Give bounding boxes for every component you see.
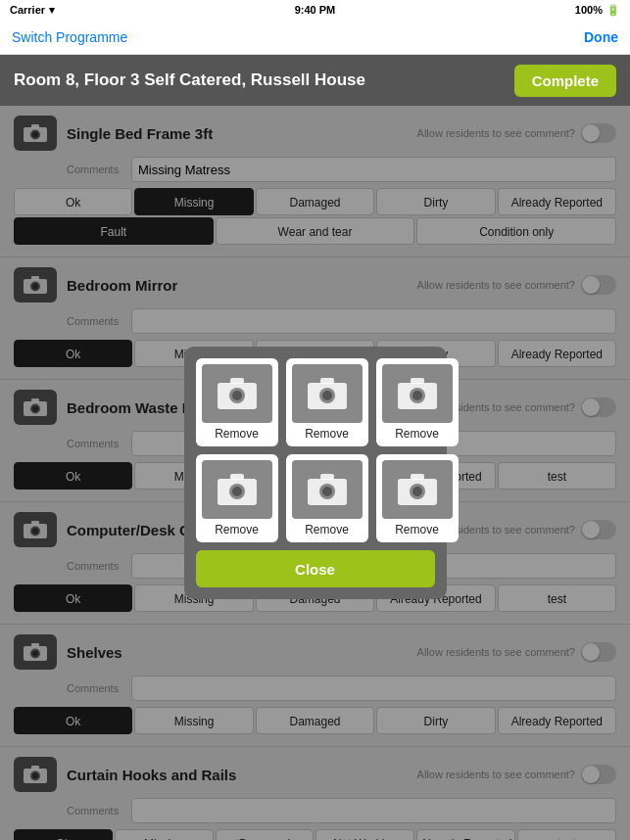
photo-cell-5: Remove: [286, 454, 368, 542]
photo-modal: Remove Remove: [184, 347, 447, 599]
page-header: Room 8, Floor 3 Self Catered, Russell Ho…: [0, 55, 630, 106]
svg-rect-43: [230, 474, 244, 480]
photo-cell-1: Remove: [196, 358, 278, 446]
done-button[interactable]: Done: [584, 29, 618, 45]
photo-grid: Remove Remove: [196, 358, 435, 542]
status-bar: Carrier ▾ 9:40 PM 100% 🔋: [0, 0, 630, 20]
photo-modal-overlay: Remove Remove: [0, 106, 630, 840]
svg-point-30: [232, 391, 242, 400]
remove-button-3[interactable]: Remove: [395, 427, 439, 441]
photo-cell-3: Remove: [376, 358, 459, 446]
switch-programme-button[interactable]: Switch Programme: [12, 29, 127, 45]
photo-thumb-1[interactable]: [202, 364, 272, 423]
photo-thumb-5[interactable]: [292, 460, 363, 519]
photo-thumb-6[interactable]: [382, 460, 453, 519]
status-left: Carrier ▾: [10, 4, 55, 17]
svg-point-34: [322, 391, 332, 400]
time-label: 9:40 PM: [295, 4, 336, 16]
complete-button[interactable]: Complete: [514, 65, 616, 97]
photo-cell-2: Remove: [286, 358, 368, 446]
svg-rect-39: [411, 378, 424, 384]
scroll-area: Single Bed Frame 3ft Allow residents to …: [0, 106, 630, 840]
remove-button-6[interactable]: Remove: [395, 523, 439, 537]
photo-cell-4: Remove: [196, 454, 278, 542]
battery-icon: 🔋: [606, 4, 620, 17]
svg-point-50: [412, 487, 422, 496]
photo-thumb-4[interactable]: [202, 460, 272, 519]
remove-button-4[interactable]: Remove: [215, 523, 259, 537]
photo-cell-6: Remove: [376, 454, 459, 542]
status-right: 100% 🔋: [575, 4, 620, 17]
svg-point-42: [232, 487, 242, 496]
nav-bar: Switch Programme Done: [0, 20, 630, 55]
remove-button-5[interactable]: Remove: [305, 523, 349, 537]
photo-thumb-3[interactable]: [382, 364, 453, 423]
svg-rect-31: [230, 378, 244, 384]
svg-point-38: [412, 391, 422, 400]
svg-rect-47: [320, 474, 334, 480]
remove-button-2[interactable]: Remove: [305, 427, 349, 441]
carrier-label: Carrier: [10, 4, 45, 16]
wifi-icon: ▾: [49, 4, 55, 17]
svg-rect-51: [411, 474, 424, 480]
svg-point-46: [322, 487, 332, 496]
photo-thumb-2[interactable]: [292, 364, 363, 423]
close-modal-button[interactable]: Close: [196, 550, 435, 587]
battery-label: 100%: [575, 4, 603, 16]
page-title: Room 8, Floor 3 Self Catered, Russell Ho…: [14, 70, 365, 90]
svg-rect-35: [320, 378, 334, 384]
remove-button-1[interactable]: Remove: [215, 427, 259, 441]
